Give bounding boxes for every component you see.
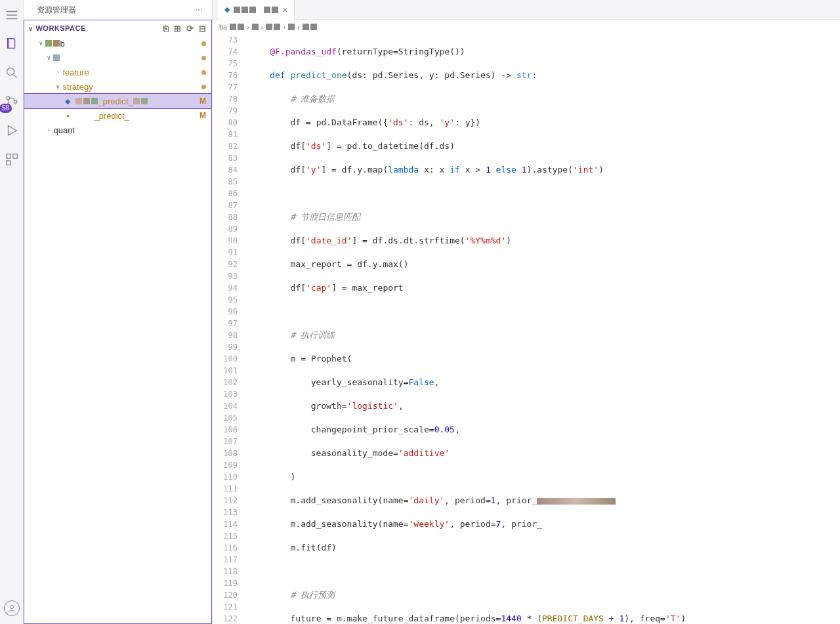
menu-icon[interactable] xyxy=(3,7,20,24)
svg-point-0 xyxy=(7,68,14,75)
svg-point-1 xyxy=(7,96,10,100)
file-name: _predict_ xyxy=(98,96,133,106)
chevron-down-icon: ∨ xyxy=(44,54,53,61)
svg-rect-4 xyxy=(6,154,10,158)
workspace-section-header[interactable]: ∨ WORKSPACE ⎘ ⊞ ⟳ ⊟ xyxy=(24,20,211,36)
modified-dot-icon xyxy=(201,56,206,60)
scm-badge: 58 xyxy=(0,104,12,113)
sidebar-title: 资源管理器 xyxy=(37,5,194,16)
sidebar: 资源管理器 ⋯ ∨ WORKSPACE ⎘ ⊞ ⟳ ⊟ ∨ b ∨ xyxy=(24,0,212,624)
folder-name: quant xyxy=(53,125,205,135)
new-folder-icon[interactable]: ⊞ xyxy=(174,24,181,33)
python-file-icon: ◆ xyxy=(224,5,230,14)
editor: ◆ × ba › › › › 7374757677787980818283848… xyxy=(213,0,840,624)
close-icon[interactable]: × xyxy=(282,5,287,15)
line-gutter: 7374757677787980818283848586878889909192… xyxy=(213,34,249,624)
svg-rect-5 xyxy=(13,154,17,158)
crumb-item: ba xyxy=(219,23,227,31)
chevron-down-icon: ∨ xyxy=(28,25,33,32)
tree-folder-strategy[interactable]: ∨ strategy xyxy=(24,79,211,94)
chevron-right-icon: › xyxy=(53,69,62,75)
source-control-icon[interactable]: 58 xyxy=(3,93,20,110)
tree-folder-quant[interactable]: › quant xyxy=(24,123,211,137)
file-name: _predict_ xyxy=(94,111,129,121)
tree-folder-root[interactable]: ∨ b xyxy=(24,36,211,51)
explorer-icon[interactable] xyxy=(3,35,20,52)
run-debug-icon[interactable] xyxy=(3,122,20,139)
section-label: WORKSPACE xyxy=(35,24,163,32)
tree-folder[interactable]: ∨ xyxy=(24,51,211,65)
modified-dot-icon xyxy=(201,85,206,89)
folder-name: feature xyxy=(62,68,198,77)
new-file-icon[interactable]: ⎘ xyxy=(163,24,169,33)
tree-file[interactable]: ▪ _predict_ M xyxy=(24,108,211,123)
editor-tab[interactable]: ◆ × xyxy=(218,0,295,20)
git-status: M xyxy=(200,111,206,120)
modified-dot-icon xyxy=(201,41,206,46)
tree-folder-feature[interactable]: › feature xyxy=(24,65,211,79)
tab-bar: ◆ × xyxy=(213,0,840,20)
file-icon: ▪ xyxy=(62,111,73,121)
python-file-icon: ◆ xyxy=(62,97,73,106)
refresh-icon[interactable]: ⟳ xyxy=(186,24,194,33)
code-content[interactable]: @F.pandas_udf(returnType=StringType()) d… xyxy=(249,34,840,624)
chevron-down-icon: ∨ xyxy=(53,83,62,90)
activity-bar: 58 xyxy=(0,0,24,624)
sidebar-more-icon[interactable]: ⋯ xyxy=(195,5,204,14)
extensions-icon[interactable] xyxy=(3,151,20,168)
collapse-icon[interactable]: ⊟ xyxy=(199,24,206,33)
modified-dot-icon xyxy=(201,70,206,75)
tree-file[interactable]: ◆ _predict_ M xyxy=(24,94,211,108)
svg-point-7 xyxy=(10,605,13,608)
chevron-down-icon: ∨ xyxy=(36,40,45,47)
breadcrumb[interactable]: ba › › › › xyxy=(213,20,840,34)
svg-point-3 xyxy=(14,100,17,104)
git-status: M xyxy=(200,96,206,106)
code-area[interactable]: 7374757677787980818283848586878889909192… xyxy=(213,34,840,624)
folder-name: strategy xyxy=(62,82,198,92)
search-icon[interactable] xyxy=(3,64,20,81)
svg-rect-6 xyxy=(6,161,10,165)
account-icon[interactable] xyxy=(4,600,20,616)
folder-name: b xyxy=(60,39,198,49)
chevron-right-icon: › xyxy=(44,127,53,133)
